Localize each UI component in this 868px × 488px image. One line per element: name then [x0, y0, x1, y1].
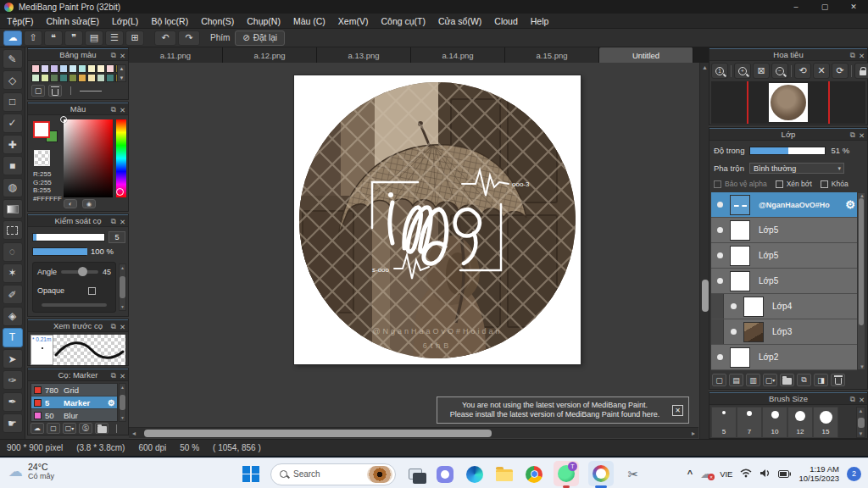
layer-row[interactable]: Lớp5 — [711, 243, 857, 269]
start-button[interactable] — [241, 464, 261, 485]
angle-slider[interactable] — [61, 270, 98, 274]
menu-tools[interactable]: Công cụ(T) — [381, 16, 426, 26]
blend-mode-select[interactable]: Bình thường ▾ — [749, 163, 844, 174]
palette-swatch[interactable] — [59, 64, 68, 73]
duplicate-layer-button[interactable]: ⧉ — [797, 374, 811, 386]
reset-rotation-button[interactable]: ✕ — [813, 63, 830, 79]
transparent-color-swatch[interactable] — [34, 150, 50, 166]
battery-icon[interactable] — [778, 466, 791, 481]
menu-layer[interactable]: Lớp(L) — [112, 16, 138, 26]
clip-checkbox[interactable] — [776, 180, 783, 188]
popout-icon[interactable]: ⧉ — [111, 105, 116, 114]
tab-a13[interactable]: a.13.png — [317, 47, 411, 63]
language-indicator[interactable]: VIE — [720, 469, 732, 479]
delete-layer-button[interactable] — [831, 374, 845, 386]
clock-widget[interactable]: 1:19 AM 10/15/2023 — [798, 464, 839, 483]
close-panel-icon[interactable]: ✕ — [120, 106, 125, 114]
close-panel-icon[interactable]: ✕ — [859, 396, 865, 404]
new-color-button[interactable]: ▢ — [31, 85, 45, 97]
eraser-tool[interactable]: ◇ — [3, 70, 23, 90]
menu-help[interactable]: Help — [531, 16, 549, 26]
opaque-checkbox[interactable] — [88, 287, 96, 295]
saturation-value-picker[interactable] — [64, 119, 113, 197]
palette-swatch[interactable] — [31, 74, 40, 82]
gradient-tool[interactable] — [3, 199, 23, 219]
rotate-cw-button[interactable]: ⟳ — [832, 63, 849, 79]
palette-swatch[interactable] — [69, 64, 77, 73]
cloud-brush-button[interactable]: ☁ — [31, 423, 44, 434]
menu-file[interactable]: Tệp(F) — [7, 16, 34, 26]
scroll-down-icon[interactable]: ▼ — [120, 415, 125, 420]
scroll-left-icon[interactable]: ◂ — [132, 430, 136, 437]
undo-button[interactable]: ↶ — [154, 30, 176, 46]
maximize-button[interactable]: ▢ — [810, 0, 839, 14]
wifi-icon[interactable] — [740, 466, 752, 481]
brush-size-option[interactable]: 15 — [813, 407, 838, 438]
brush-control-scrollbar[interactable]: ▲ ▼ — [119, 263, 126, 311]
palette-swatch[interactable] — [78, 74, 86, 82]
tab-a15[interactable]: a.15.png — [505, 47, 599, 63]
edge-browser-icon[interactable] — [465, 464, 485, 485]
pen-tool[interactable]: ✑ — [3, 370, 23, 390]
weather-widget[interactable]: ☁ 24°C Có mây — [8, 462, 54, 480]
curve-tool[interactable]: ✓ — [3, 114, 23, 133]
scroll-down-icon[interactable]: ▼ — [120, 75, 125, 80]
scroll-up-icon[interactable]: ▲ — [859, 408, 864, 413]
palette-scrollbar[interactable]: ▲ ▼ — [117, 64, 126, 82]
running-app-icon[interactable]: T — [554, 461, 579, 486]
select-eraser-tool[interactable]: ◈ — [3, 307, 23, 326]
palette-swatch[interactable] — [106, 74, 114, 82]
rotate-ccw-button[interactable]: ⟲ — [794, 63, 811, 79]
palette-swatch[interactable] — [31, 64, 40, 73]
palette-swatch[interactable] — [87, 64, 96, 73]
close-panel-icon[interactable]: ✕ — [120, 372, 125, 380]
script-brush-button[interactable]: Ⓢ — [79, 423, 92, 434]
eyedropper-tool[interactable]: ✒ — [3, 392, 23, 412]
tray-expand-icon[interactable]: ^ — [687, 469, 693, 479]
popout-icon[interactable]: ⧉ — [111, 371, 116, 380]
layer-row-clipped[interactable]: Lớp3 — [711, 319, 857, 345]
delete-color-button[interactable] — [48, 85, 62, 97]
layer-folder-button[interactable] — [780, 374, 794, 386]
scroll-down-icon[interactable]: ▼ — [120, 304, 125, 309]
palette-swatch[interactable] — [97, 74, 105, 82]
brush-folder-button[interactable] — [95, 423, 108, 434]
redo-button[interactable]: ↷ — [178, 30, 200, 46]
close-button[interactable]: ✕ — [839, 0, 868, 14]
palette-swatch[interactable] — [106, 64, 114, 73]
grid-view-icon[interactable]: ⊞ — [125, 30, 144, 46]
document-icon[interactable]: ▤ — [85, 30, 103, 46]
new-1bit-layer-button[interactable]: ▥ — [746, 374, 760, 386]
menu-view[interactable]: Xem(V) — [338, 16, 369, 26]
brush-row-blur[interactable]: 50 Blur — [31, 409, 117, 422]
popout-icon[interactable]: ⧉ — [850, 130, 855, 140]
chat-app-icon[interactable] — [435, 464, 455, 485]
scroll-down-icon[interactable]: ▼ — [858, 364, 866, 369]
color-option-button[interactable]: ◐ — [64, 199, 77, 208]
gear-icon[interactable]: ⚙ — [108, 398, 115, 408]
visibility-icon[interactable] — [717, 354, 723, 360]
brush-size-option[interactable]: 7 — [737, 407, 762, 438]
visibility-icon[interactable] — [717, 252, 723, 258]
brush-opacity-slider[interactable] — [32, 247, 86, 256]
vertical-scrollbar[interactable]: ▲ — [699, 63, 709, 439]
scrollbar-thumb[interactable] — [120, 276, 125, 298]
palette-swatch[interactable] — [50, 64, 58, 73]
popout-icon[interactable]: ⧉ — [850, 395, 855, 404]
visibility-icon[interactable] — [731, 303, 737, 309]
select-tool[interactable]: ■ — [3, 156, 23, 175]
palette-swatch[interactable] — [78, 64, 86, 73]
lock-checkbox[interactable] — [821, 180, 828, 188]
brush-row-marker[interactable]: 5 Marker ⚙ — [31, 396, 117, 409]
sv-picker-handle[interactable] — [60, 116, 67, 123]
hue-slider[interactable] — [116, 119, 126, 197]
layer-row-signature[interactable]: @NganHaaOvO#Ho ⚙ — [711, 192, 857, 218]
gear-icon[interactable]: ⚙ — [845, 198, 855, 211]
magic-wand-tool[interactable]: ✶ — [3, 263, 23, 283]
hand-tool[interactable]: ☛ — [3, 413, 23, 433]
protect-alpha-checkbox[interactable] — [714, 180, 721, 188]
visibility-icon[interactable] — [731, 329, 737, 335]
onedrive-icon[interactable]: ☁✕ — [700, 467, 712, 480]
layer-row[interactable]: Lớp2 — [711, 345, 857, 370]
layer-opacity-slider[interactable] — [749, 147, 826, 155]
